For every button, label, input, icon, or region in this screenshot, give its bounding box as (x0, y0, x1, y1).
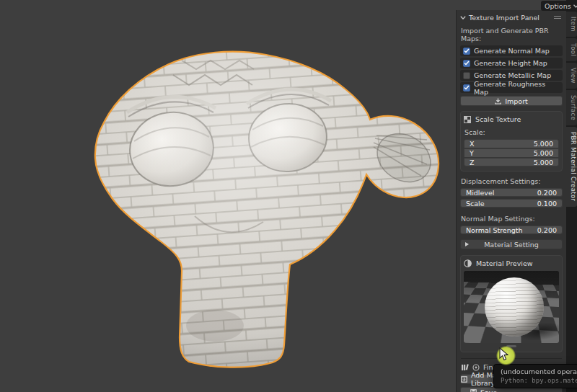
suzanne-model[interactable] (0, 0, 456, 392)
tooltip-description: (undocumented operator). (501, 368, 577, 375)
slider-value: 0.200 (537, 189, 557, 197)
midlevel-slider[interactable]: Midlevel 0.200 (460, 188, 563, 197)
checkbox-checked-icon[interactable] (463, 60, 470, 67)
tooltip-python-path: Python: bpy.ops.material.s (501, 377, 577, 384)
slider-value: 0.100 (537, 200, 557, 208)
checkbox-checked-icon[interactable] (463, 48, 470, 55)
displacement-settings-label: Displacement Settings: (461, 177, 563, 185)
scale-texture-title: Scale Texture (475, 115, 521, 123)
material-setting-panel[interactable]: Material Setting (460, 239, 563, 249)
normal-strength-slider[interactable]: Normal Strength 0.200 (460, 226, 563, 234)
tab-pbr-material-creator[interactable]: PBR Material Creator (566, 127, 577, 207)
slider-value: 0.200 (537, 226, 557, 234)
slider-value: 5.000 (534, 159, 553, 166)
asset-add-icon (461, 376, 467, 383)
slider-label: X (470, 140, 475, 148)
options-label: Options (545, 2, 571, 10)
checkbox-row-normal-map[interactable]: Generate Normal Map (460, 45, 563, 56)
slider-label: Z (470, 159, 475, 166)
panel-collapse-icon[interactable] (460, 16, 466, 19)
checkbox-label: Generate Roughness Map (474, 80, 560, 96)
checkbox-label: Generate Metallic Map (474, 71, 551, 79)
slider-value: 5.000 (534, 149, 553, 157)
panel-drag-grip[interactable] (554, 16, 563, 19)
pbr-maps-label: Import and Generate PBR Maps: (461, 27, 563, 43)
pbr-material-creator-panel: Texture Import Panel Import and Generate… (456, 10, 566, 392)
options-dropdown[interactable]: Options (541, 1, 577, 11)
checkbox-unchecked-icon[interactable] (463, 72, 470, 79)
disclosure-triangle-icon (465, 242, 469, 246)
checkbox-checked-icon[interactable] (463, 84, 470, 92)
save-icon (470, 389, 477, 392)
scale-xyz-sliders: X 5.000 Y 5.000 Z 5.000 (464, 139, 559, 166)
scale-label: Scale: (464, 128, 559, 136)
checkbox-row-roughness-map[interactable]: Generate Roughness Map (460, 82, 563, 93)
3d-viewport[interactable] (0, 0, 456, 392)
slider-label: Midlevel (466, 189, 494, 197)
texture-icon (464, 116, 471, 123)
preview-sphere (485, 277, 544, 337)
tab-item[interactable]: Item (566, 12, 577, 37)
material-preview-image[interactable] (464, 271, 559, 343)
slider-label: Scale (466, 200, 485, 208)
scale-texture-subpanel: Scale Texture Scale: X 5.000 Y 5.000 Z 5… (460, 111, 563, 172)
mouse-cursor (499, 347, 509, 362)
texture-import-panel-header[interactable]: Texture Import Panel (460, 12, 563, 23)
material-setting-label: Material Setting (484, 241, 539, 249)
tab-view[interactable]: View (566, 63, 577, 89)
normal-map-settings-label: Normal Map Settings: (461, 215, 563, 223)
save-button-label: Save... (480, 388, 503, 392)
scale-texture-header[interactable]: Scale Texture (464, 114, 559, 125)
import-button-label: Import (505, 97, 528, 105)
tab-tool[interactable]: Tool (566, 38, 577, 61)
blender-window: { "header": { "options_label": "Options"… (0, 0, 577, 392)
operator-icon (472, 364, 480, 371)
scale-x-slider[interactable]: X 5.000 (464, 139, 559, 148)
import-button[interactable]: Import (460, 96, 563, 106)
checkbox-row-height-map[interactable]: Generate Height Map (460, 58, 563, 68)
slider-value: 5.000 (534, 140, 553, 148)
scale-y-slider[interactable]: Y 5.000 (464, 148, 559, 157)
checkbox-label: Generate Normal Map (474, 47, 550, 55)
displacement-scale-slider[interactable]: Scale 0.100 (460, 199, 563, 208)
import-icon (495, 98, 501, 104)
scale-z-slider[interactable]: Z 5.000 (464, 158, 559, 166)
material-preview-subpanel: Material Preview (460, 255, 563, 352)
slider-label: Y (470, 149, 474, 157)
chevron-down-icon (573, 4, 577, 8)
material-preview-header[interactable]: Material Preview (464, 258, 559, 269)
operator-tooltip: (undocumented operator). Python: bpy.ops… (493, 364, 577, 388)
sidebar-tab-strip: Item Tool View Surface PBR Material Crea… (566, 0, 577, 392)
material-preview-icon (464, 259, 472, 267)
asset-library-icon (461, 363, 469, 371)
panel-title: Texture Import Panel (469, 14, 539, 22)
material-preview-title: Material Preview (476, 259, 533, 267)
tab-surface[interactable]: Surface (566, 90, 577, 125)
checkbox-label: Generate Height Map (474, 59, 547, 67)
slider-label: Normal Strength (466, 226, 523, 234)
